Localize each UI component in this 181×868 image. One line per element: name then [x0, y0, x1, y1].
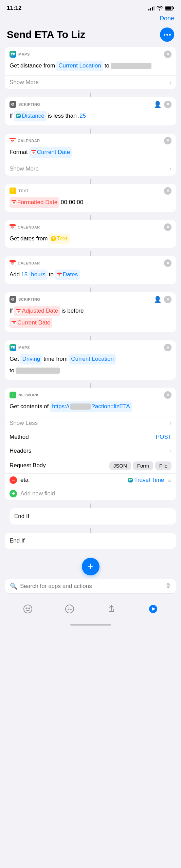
home-indicator-bar — [70, 624, 111, 626]
svg-rect-1 — [150, 8, 151, 11]
url-chip[interactable]: https:// ?action=lizETA — [50, 401, 132, 412]
card-label: T TEXT — [10, 188, 29, 194]
dates-chip[interactable]: 📅 Dates — [55, 270, 80, 280]
svg-point-9 — [29, 608, 30, 609]
done-button[interactable]: Done — [160, 15, 174, 22]
method-value[interactable]: POST — [156, 434, 171, 440]
card-header: T TEXT ✕ — [5, 184, 176, 196]
share-icon — [107, 604, 116, 614]
current-location-chip-2[interactable]: Current Location — [69, 354, 116, 364]
calendar-icon: 📅 — [10, 224, 16, 230]
maps-icon: 🗺 — [10, 51, 16, 58]
close-button[interactable]: ✕ — [164, 101, 171, 108]
drag-handle-icon[interactable]: ≡ — [167, 476, 171, 484]
card-label: ⚙ SCRIPTING — [10, 296, 40, 303]
chevron-right-icon: › — [170, 420, 171, 426]
more-button[interactable] — [160, 27, 174, 42]
number-chip[interactable]: 15 — [21, 270, 28, 280]
delete-field-button[interactable]: − — [10, 476, 17, 484]
blurred-url — [70, 403, 91, 410]
headers-row[interactable]: Headers › — [5, 444, 176, 458]
scripting-icon: ⚙ — [10, 296, 16, 303]
card-body: Get distance from Current Location to — [5, 59, 176, 75]
close-button[interactable]: ✕ — [164, 187, 171, 195]
scripting-icon: ⚙ — [10, 101, 16, 108]
show-more-label: Show More — [10, 79, 39, 86]
form-button[interactable]: Form — [133, 461, 153, 470]
play-icon — [148, 604, 158, 614]
chevron-right-icon: › — [170, 79, 171, 85]
blurred-address-2 — [16, 368, 60, 374]
close-button[interactable]: ✕ — [164, 137, 171, 144]
calendar-card-1: 📅 CALENDAR ✕ Format 📅 Current Date Show … — [5, 134, 176, 176]
show-less-row[interactable]: Show Less › — [5, 416, 176, 430]
add-action-button[interactable]: + — [82, 558, 99, 575]
connector-line — [90, 179, 91, 184]
calendar-card-2: 📅 CALENDAR ✕ Get dates from T Text — [5, 220, 176, 248]
close-button[interactable]: ✕ — [164, 223, 171, 231]
connector-line — [90, 528, 91, 533]
field-name: eta — [20, 477, 125, 484]
text-icon: T — [10, 188, 16, 194]
show-more-label: Show More — [10, 165, 39, 172]
card-body: Add 15 hours to 📅 Dates — [5, 268, 176, 284]
current-location-chip[interactable]: Current Location — [56, 61, 103, 71]
json-button[interactable]: JSON — [109, 461, 131, 470]
svg-rect-6 — [173, 7, 174, 9]
formatted-date-chip[interactable]: 📅 Formatted Date — [10, 197, 59, 208]
request-body-row: Request Body JSON Form File — [5, 458, 176, 473]
chevron-right-icon: › — [170, 166, 171, 172]
svg-point-8 — [26, 608, 27, 609]
tab-item-share[interactable] — [104, 601, 119, 616]
card-body: Get dates from T Text — [5, 232, 176, 248]
current-date-chip-2[interactable]: 📅 Current Date — [10, 318, 52, 328]
tab-item-play[interactable] — [146, 601, 161, 616]
add-field-row[interactable]: + Add new field — [5, 487, 176, 500]
plus-icon: + — [87, 560, 94, 573]
tab-item-face[interactable] — [20, 601, 35, 616]
distance-chip[interactable]: 🗺 Distance — [14, 111, 46, 121]
current-date-chip[interactable]: 📅 Current Date — [29, 147, 72, 158]
card-header: ↑ NETWORK ✕ — [5, 388, 176, 400]
card-content-row-2: to — [10, 366, 171, 376]
connector-line — [90, 251, 91, 256]
connector-line — [90, 504, 91, 508]
svg-rect-0 — [148, 9, 149, 11]
hours-chip[interactable]: hours — [29, 270, 48, 280]
close-button[interactable]: ✕ — [164, 296, 171, 303]
close-button[interactable]: ✕ — [164, 391, 171, 399]
show-more-row[interactable]: Show More › — [5, 75, 176, 89]
text-chip[interactable]: T Text — [49, 234, 69, 244]
driving-chip[interactable]: Driving — [20, 354, 42, 364]
value-chip[interactable]: .25 — [78, 111, 86, 121]
person-icon: 👤 — [154, 296, 161, 303]
request-body-label: Request Body — [10, 462, 46, 469]
header: Send ETA To Liz — [0, 25, 181, 47]
card-content-row-2: 📅 Current Date — [10, 318, 171, 328]
tab-item-smile[interactable] — [62, 601, 77, 616]
file-button[interactable]: File — [155, 461, 171, 470]
card-header: ⚙ SCRIPTING 👤 ✕ — [5, 292, 176, 304]
microphone-icon[interactable]: 🎙 — [165, 583, 171, 590]
face-icon — [23, 604, 33, 614]
close-button[interactable]: ✕ — [164, 259, 171, 267]
field-row-eta: − eta 🗺 Travel Time ≡ — [5, 473, 176, 487]
close-button[interactable]: ✕ — [164, 344, 171, 351]
maps-card-1: 🗺 MAPS ✕ Get distance from Current Locat… — [5, 47, 176, 89]
card-label: 📅 CALENDAR — [10, 138, 40, 144]
search-icon: 🔍 — [10, 583, 17, 590]
calendar-card-3: 📅 CALENDAR ✕ Add 15 hours to 📅 Da — [5, 256, 176, 284]
show-more-row[interactable]: Show More › — [5, 162, 176, 176]
scripting-card-1: ⚙ SCRIPTING 👤 ✕ If 🗺 Distance is less th… — [5, 97, 176, 125]
end-if-card-2: End If — [5, 533, 176, 549]
add-button-container: + — [0, 552, 181, 579]
card-label: ⚙ SCRIPTING — [10, 101, 40, 108]
calendar-icon: 📅 — [10, 260, 16, 266]
search-input[interactable] — [20, 583, 162, 590]
card-content-row: If 📅 Adjusted Date is before — [10, 306, 171, 316]
status-time: 11:12 — [7, 5, 21, 12]
adjusted-date-chip[interactable]: 📅 Adjusted Date — [14, 306, 60, 316]
connector-line — [90, 288, 91, 292]
close-button[interactable]: ✕ — [164, 51, 171, 58]
card-header: 🗺 MAPS ✕ — [5, 47, 176, 59]
